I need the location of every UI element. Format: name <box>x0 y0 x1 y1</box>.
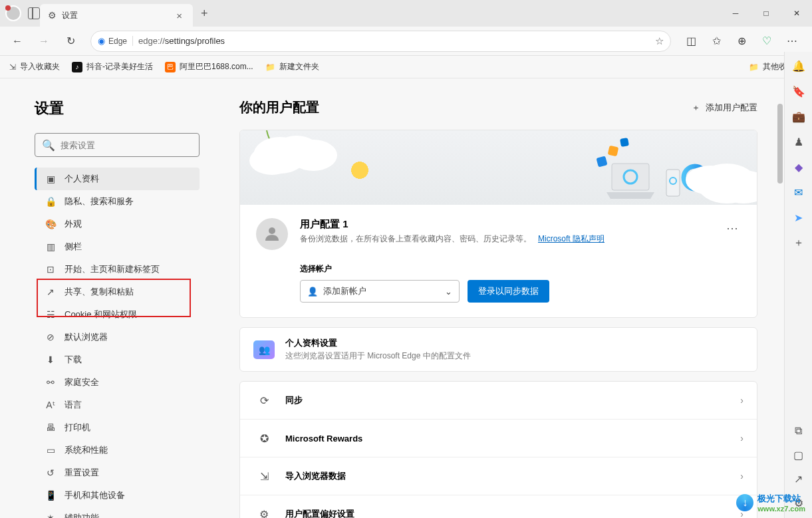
nav-item-14[interactable]: 📱手机和其他设备 <box>35 484 200 507</box>
import-icon: ⇲ <box>9 63 16 72</box>
favorite-star-icon[interactable]: ☆ <box>655 35 664 47</box>
nav-item-7[interactable]: ⊘默认浏览器 <box>35 326 200 348</box>
gear-icon: ⚙ <box>48 10 57 21</box>
nav-icon: 🔒 <box>45 196 57 207</box>
browser-tab[interactable]: ⚙ 设置 × <box>40 4 193 27</box>
sign-in-button[interactable]: 登录以同步数据 <box>468 280 549 303</box>
bookmark-import[interactable]: ⇲ 导入收藏夹 <box>9 61 60 72</box>
profile-avatar[interactable] <box>5 5 21 21</box>
close-tab-icon[interactable]: × <box>174 10 185 21</box>
sidebar-toggle-icon[interactable]: ▢ <box>791 448 806 462</box>
bookmark-1688[interactable]: 巴 阿里巴巴1688.com... <box>165 61 253 72</box>
address-bar[interactable]: ◉ Edge edge://settings/profiles ☆ <box>90 31 671 52</box>
row-icon: ⟳ <box>253 391 275 410</box>
tools-icon[interactable]: 💼 <box>791 109 806 124</box>
split-screen-icon[interactable]: ◫ <box>679 31 703 52</box>
chevron-right-icon: › <box>740 471 744 481</box>
douyin-icon: ♪ <box>72 62 82 72</box>
nav-item-10[interactable]: Aᵗ语言 <box>35 394 200 416</box>
minimize-button[interactable]: ─ <box>720 3 751 24</box>
nav-icon: ⊡ <box>45 264 57 275</box>
profile-card: 用户配置 1 备份浏览数据，在所有设备上查看收藏内容、密码、历史记录等。 Mic… <box>239 130 757 318</box>
setting-row-profile-settings[interactable]: 👥 个人资料设置 这些浏览器设置适用于 Microsoft Edge 中的配置文… <box>240 328 757 371</box>
row-icon: ✪ <box>253 429 275 448</box>
profile-more-icon[interactable]: ⋯ <box>724 218 741 238</box>
add-sidebar-icon[interactable]: ＋ <box>791 235 806 250</box>
nav-icon: ☵ <box>45 309 57 320</box>
nav-icon: ↺ <box>45 467 57 478</box>
share-icon[interactable]: ↗ <box>791 471 806 486</box>
profile-settings-card: 👥 个人资料设置 这些浏览器设置适用于 Microsoft Edge 中的配置文… <box>239 327 757 372</box>
nav-item-8[interactable]: ⬇下载 <box>35 348 200 371</box>
nav-item-9[interactable]: ⚯家庭安全 <box>35 371 200 394</box>
add-profile-button[interactable]: ＋ 添加用户配置 <box>692 102 757 114</box>
shopping-icon[interactable]: 🔖 <box>791 84 806 98</box>
nav-item-11[interactable]: 🖶打印机 <box>35 416 200 439</box>
nav-item-13[interactable]: ↺重置设置 <box>35 461 200 484</box>
nav-icon: 🖶 <box>45 422 57 433</box>
nav-icon: 🎨 <box>45 219 57 229</box>
scrollbar[interactable] <box>777 104 783 184</box>
edge-sidebar: 🔔 🔖 💼 ♟ ◆ ✉ ➤ ＋ ⧉ ▢ ↗ ⚙ <box>784 52 812 518</box>
nav-item-0[interactable]: ▣个人资料 <box>35 168 200 190</box>
setting-row[interactable]: ✪ Microsoft Rewards › <box>240 419 757 457</box>
nav-item-2[interactable]: 🎨外观 <box>35 213 200 235</box>
hero-illustration <box>240 130 757 205</box>
toolbar: ← → ↻ ◉ Edge edge://settings/profiles ☆ … <box>0 27 812 56</box>
search-icon: 🔍 <box>42 139 55 152</box>
phone-illustration <box>666 169 680 197</box>
bell-icon[interactable]: 🔔 <box>791 59 806 73</box>
bookmark-douyin[interactable]: ♪ 抖音-记录美好生活 <box>72 61 153 72</box>
new-tab-button[interactable]: + <box>193 7 216 21</box>
office-icon[interactable]: ◆ <box>791 160 806 174</box>
setting-row[interactable]: ⇲ 导入浏览器数据 › <box>240 457 757 495</box>
snip-icon[interactable]: ⧉ <box>791 424 806 438</box>
workspaces-icon[interactable] <box>28 7 40 19</box>
performance-icon[interactable]: ♡ <box>755 31 779 52</box>
nav-icon: 📱 <box>45 490 57 501</box>
chevron-down-icon: ⌄ <box>445 287 452 297</box>
bookmark-folder[interactable]: 📁 新建文件夹 <box>265 61 319 72</box>
forward-button[interactable]: → <box>32 31 56 52</box>
setting-row[interactable]: ⚙ 用户配置偏好设置 › <box>240 495 757 518</box>
account-dropdown[interactable]: 👤 添加新帐户 ⌄ <box>300 280 460 303</box>
nav-icon: ⬇ <box>45 354 57 365</box>
games-icon[interactable]: ♟ <box>791 134 806 149</box>
nav-item-4[interactable]: ⊡开始、主页和新建标签页 <box>35 258 200 281</box>
close-window-button[interactable]: ✕ <box>781 3 812 24</box>
search-field[interactable] <box>61 140 192 150</box>
row-icon: ⚙ <box>253 505 275 518</box>
avatar <box>256 218 288 250</box>
favorites-icon[interactable]: ✩ <box>704 31 728 52</box>
row-icon: ⇲ <box>253 467 275 485</box>
search-settings-input[interactable]: 🔍 <box>35 133 200 157</box>
nav-item-5[interactable]: ↗共享、复制和粘贴 <box>35 281 200 303</box>
settings-page: 设置 🔍 ▣个人资料🔒隐私、搜索和服务🎨外观▥侧栏⊡开始、主页和新建标签页↗共享… <box>0 78 784 518</box>
url-text: edge://settings/profiles <box>138 36 650 46</box>
more-menu-icon[interactable]: ⋯ <box>780 31 804 52</box>
back-button[interactable]: ← <box>5 31 29 52</box>
bookmarks-bar: ⇲ 导入收藏夹 ♪ 抖音-记录美好生活 巴 阿里巴巴1688.com... 📁 … <box>0 56 812 78</box>
refresh-button[interactable]: ↻ <box>59 31 82 52</box>
send-icon[interactable]: ➤ <box>791 210 806 225</box>
privacy-statement-link[interactable]: Microsoft 隐私声明 <box>538 234 605 243</box>
svg-rect-9 <box>620 138 629 147</box>
nav-item-15[interactable]: ✶辅助功能 <box>35 507 200 518</box>
chevron-right-icon: › <box>740 395 744 406</box>
nav-item-3[interactable]: ▥侧栏 <box>35 235 200 258</box>
tab-title: 设置 <box>62 10 168 21</box>
svg-rect-5 <box>666 170 680 196</box>
svg-rect-7 <box>596 156 607 167</box>
outlook-icon[interactable]: ✉ <box>791 185 806 199</box>
site-identity[interactable]: ◉ Edge <box>98 36 133 46</box>
folder-icon: 📁 <box>265 63 275 72</box>
nav-item-12[interactable]: ▭系统和性能 <box>35 439 200 461</box>
setting-row[interactable]: ⟳ 同步 › <box>240 382 757 419</box>
collections-icon[interactable]: ⊕ <box>730 31 753 52</box>
select-account-label: 选择帐户 <box>300 263 741 275</box>
nav-item-1[interactable]: 🔒隐私、搜索和服务 <box>35 190 200 213</box>
alibaba-icon: 巴 <box>165 62 176 72</box>
maximize-button[interactable]: □ <box>751 3 781 24</box>
profile-settings-icon: 👥 <box>253 340 275 359</box>
nav-item-6[interactable]: ☵Cookie 和网站权限 <box>35 303 200 326</box>
